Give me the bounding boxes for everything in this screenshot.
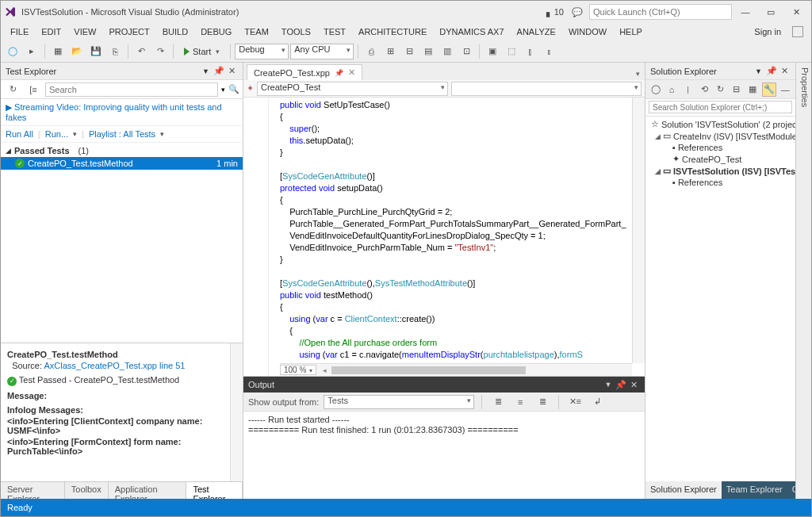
menu-architecture[interactable]: ARCHITECTURE: [352, 25, 433, 39]
tb-icon-8[interactable]: ⬚: [503, 43, 520, 60]
tab-toolbox[interactable]: Toolbox: [65, 482, 109, 499]
tab-app-explorer[interactable]: Application Explorer: [109, 482, 187, 499]
close-panel-icon[interactable]: ✕: [225, 66, 238, 76]
code-content[interactable]: public void SetUpTestCase() { super(); t…: [280, 98, 632, 363]
nav-back-icon[interactable]: ◯: [4, 43, 21, 60]
wrap-icon[interactable]: ↲: [588, 393, 606, 411]
run-link[interactable]: Run...: [45, 129, 68, 139]
hscroll-thumb[interactable]: [331, 366, 525, 374]
redo-icon[interactable]: ↷: [151, 43, 169, 60]
se-dropdown-icon[interactable]: ▼: [755, 67, 762, 75]
doc-tab[interactable]: CreatePO_Test.xpp📌✕: [247, 64, 362, 80]
properties-tab[interactable]: Properties: [795, 63, 811, 499]
tab-server-explorer[interactable]: Server Explorer: [1, 482, 65, 499]
minimize-button[interactable]: —: [733, 4, 757, 20]
avatar-icon[interactable]: [792, 26, 803, 37]
nav-type-combo[interactable]: CreatePO_Test: [257, 82, 448, 96]
tb-icon-1[interactable]: ⎙: [362, 43, 380, 60]
tb-icon-2[interactable]: ⊞: [381, 43, 399, 60]
menu-edit[interactable]: EDIT: [35, 25, 67, 39]
se-class-1[interactable]: ✦ CreatePO_Test: [645, 153, 795, 165]
sign-in-link[interactable]: Sign in: [748, 25, 787, 39]
menu-tools[interactable]: TOOLS: [275, 25, 317, 39]
pin-icon[interactable]: 📌: [213, 66, 225, 76]
maximize-button[interactable]: ▭: [759, 4, 783, 20]
se-properties-icon[interactable]: 🔧: [762, 82, 776, 97]
out-icon-3[interactable]: ≣: [534, 393, 551, 411]
streaming-link[interactable]: Streaming Video: Improving quality with …: [6, 102, 222, 122]
se-project-1[interactable]: ◢▭ CreateInv (ISV) [ISVTestModule]: [645, 130, 795, 142]
editor-hscroll[interactable]: 100 % ◂: [280, 363, 632, 376]
pin-icon[interactable]: 📌: [335, 69, 343, 77]
save-icon[interactable]: 💾: [87, 43, 105, 60]
test-search-input[interactable]: [45, 82, 218, 97]
output-close-icon[interactable]: ✕: [627, 380, 640, 390]
se-close-icon[interactable]: ✕: [778, 66, 791, 76]
output-pin-icon[interactable]: 📌: [615, 380, 627, 390]
test-item[interactable]: ✓ CreatePO_Test.testMethod 1 min: [1, 157, 243, 170]
run-all-link[interactable]: Run All: [6, 129, 33, 139]
se-references-2[interactable]: ▪ References: [645, 177, 795, 188]
se-back-icon[interactable]: ◯: [649, 82, 662, 97]
fold-margin[interactable]: [269, 98, 278, 376]
tab-test-explorer[interactable]: Test Explorer: [186, 482, 243, 499]
se-sync-icon[interactable]: ⟲: [697, 82, 710, 97]
source-link[interactable]: AxClass_CreatePO_Test.xpp line 51: [44, 361, 186, 370]
tb-icon-4[interactable]: ▤: [419, 43, 437, 60]
se-search-input[interactable]: [649, 101, 792, 113]
playlist-link[interactable]: Playlist : All Tests: [89, 129, 155, 139]
close-button[interactable]: ✕: [784, 4, 808, 20]
output-source-combo[interactable]: Tests: [324, 395, 474, 409]
menu-test[interactable]: TEST: [317, 25, 352, 39]
se-collapse-icon[interactable]: ⊟: [730, 82, 743, 97]
save-all-icon[interactable]: ⎘: [106, 43, 124, 60]
out-icon-2[interactable]: ≡: [511, 393, 529, 411]
menu-file[interactable]: FILE: [4, 25, 35, 39]
output-dropdown-icon[interactable]: ▼: [602, 381, 615, 389]
new-project-icon[interactable]: ▦: [49, 43, 67, 60]
config-combo[interactable]: Debug: [235, 44, 289, 59]
group-passed[interactable]: ◢Passed Tests (1): [1, 144, 243, 157]
se-solution[interactable]: ☆ Solution 'ISVTestSolution' (2 projects…: [645, 118, 795, 130]
se-pin-icon[interactable]: 📌: [765, 66, 778, 76]
tb-icon-9[interactable]: ⫿: [522, 43, 539, 60]
menu-team[interactable]: TEAM: [238, 25, 275, 39]
tab-team-explorer[interactable]: Team Explorer: [722, 481, 787, 499]
start-button[interactable]: Start▾: [178, 45, 226, 58]
tb-icon-10[interactable]: ⫾: [541, 43, 558, 60]
tab-overflow-icon[interactable]: ▾: [631, 67, 645, 80]
se-references-1[interactable]: ▪ References: [645, 142, 795, 153]
menu-build[interactable]: BUILD: [156, 25, 194, 39]
dropdown-icon[interactable]: ▼: [202, 67, 209, 75]
editor-vscroll[interactable]: [632, 98, 645, 363]
nav-member-combo[interactable]: [451, 82, 642, 96]
tab-solution-explorer[interactable]: Solution Explorer: [645, 481, 722, 499]
se-showall-icon[interactable]: ▦: [746, 82, 760, 97]
menu-help[interactable]: HELP: [613, 25, 649, 39]
clear-icon[interactable]: ✕≡: [566, 393, 584, 411]
notifications[interactable]: ▖10: [546, 7, 564, 17]
tb-icon-6[interactable]: ⊡: [458, 43, 475, 60]
quick-launch-input[interactable]: [589, 4, 732, 20]
feedback-icon[interactable]: 💬: [572, 7, 583, 17]
menu-view[interactable]: VIEW: [67, 25, 102, 39]
undo-icon[interactable]: ↶: [132, 43, 150, 60]
zoom-combo[interactable]: 100 %: [280, 365, 316, 375]
se-home-icon[interactable]: ⌂: [665, 82, 678, 97]
se-refresh-icon[interactable]: ↻: [714, 82, 727, 97]
nav-fwd-icon[interactable]: ▸: [23, 43, 40, 60]
menu-debug[interactable]: DEBUG: [194, 25, 238, 39]
out-icon-1[interactable]: ≣: [489, 393, 507, 411]
tb-icon-3[interactable]: ⊟: [400, 43, 418, 60]
group-icon[interactable]: [≡: [25, 81, 42, 98]
refresh-icon[interactable]: ↻: [4, 81, 21, 98]
search-dropdown-icon[interactable]: ▾: [221, 86, 225, 94]
search-icon[interactable]: 🔍: [228, 84, 239, 94]
menu-window[interactable]: WINDOW: [562, 25, 613, 39]
se-project-2[interactable]: ◢▭ ISVTestSolution (ISV) [ISVTestModul: [645, 165, 795, 177]
open-icon[interactable]: 📂: [68, 43, 86, 60]
output-body[interactable]: ------ Run test started ------ =========…: [243, 412, 645, 499]
tb-icon-5[interactable]: ▥: [439, 43, 456, 60]
close-tab-icon[interactable]: ✕: [348, 67, 355, 78]
menu-project[interactable]: PROJECT: [102, 25, 155, 39]
